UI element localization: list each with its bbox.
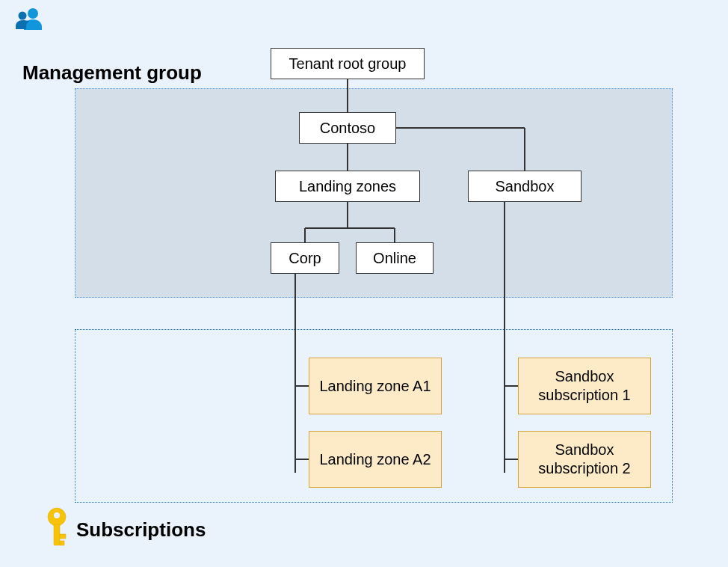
svg-point-3 — [54, 512, 60, 518]
node-label: Corp — [289, 249, 321, 268]
svg-rect-6 — [60, 541, 64, 545]
people-icon — [13, 6, 45, 38]
node-contoso: Contoso — [299, 112, 396, 144]
subscription-label: Landing zone A2 — [319, 450, 431, 469]
management-group-title: Management group — [22, 61, 202, 85]
node-sandbox: Sandbox — [468, 171, 582, 202]
node-landing-zones: Landing zones — [275, 171, 420, 202]
svg-point-0 — [28, 8, 38, 19]
node-label: Online — [373, 249, 416, 268]
node-corp: Corp — [271, 242, 339, 274]
svg-rect-4 — [54, 524, 60, 545]
svg-rect-5 — [60, 534, 66, 539]
subscription-label: Landing zone A1 — [319, 377, 431, 396]
subscription-sb2: Sandbox subscription 2 — [518, 431, 651, 488]
subscription-lz-a1: Landing zone A1 — [309, 358, 442, 414]
subscription-label: Sandbox subscription 2 — [526, 441, 643, 478]
subscription-lz-a2: Landing zone A2 — [309, 431, 442, 488]
node-label: Contoso — [320, 119, 376, 138]
subscription-label: Sandbox subscription 1 — [526, 367, 643, 405]
subscriptions-title: Subscriptions — [76, 518, 206, 542]
svg-point-1 — [19, 12, 27, 20]
node-label: Sandbox — [496, 177, 555, 196]
node-label: Tenant root group — [289, 55, 407, 73]
subscription-sb1: Sandbox subscription 1 — [518, 358, 651, 414]
key-icon — [43, 507, 70, 553]
node-online: Online — [356, 242, 434, 274]
node-label: Landing zones — [299, 177, 396, 196]
node-tenant-root: Tenant root group — [271, 48, 425, 79]
